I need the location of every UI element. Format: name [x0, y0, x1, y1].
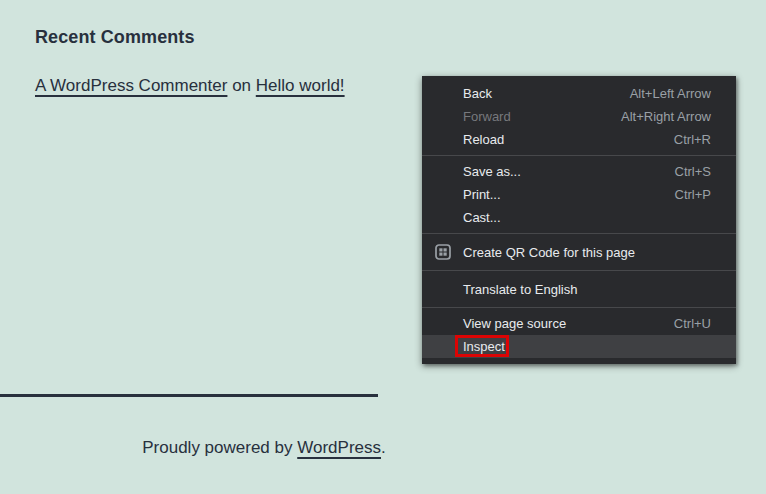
- menu-separator: [422, 270, 736, 271]
- menu-item-label: Create QR Code for this page: [463, 245, 635, 260]
- menu-item-label: Save as...: [463, 164, 521, 179]
- menu-item-label: Translate to English: [463, 282, 577, 297]
- footer-credit: Proudly powered by WordPress.: [0, 438, 528, 458]
- menu-item-label: Cast...: [463, 210, 501, 225]
- menu-item-label: Back: [463, 86, 492, 101]
- menu-item-shortcut: Alt+Right Arrow: [621, 109, 711, 124]
- comment-post-link[interactable]: Hello world!: [256, 76, 345, 95]
- comment-author-link[interactable]: A WordPress Commenter: [35, 76, 227, 95]
- menu-item-create-qr-code-for-this-page[interactable]: Create QR Code for this page: [422, 238, 736, 266]
- menu-item-forward: ForwardAlt+Right Arrow: [422, 105, 736, 128]
- menu-item-label: View page source: [463, 316, 566, 331]
- menu-item-shortcut: Ctrl+U: [674, 316, 711, 331]
- menu-item-cast[interactable]: Cast...: [422, 206, 736, 229]
- comment-connector-text: on: [227, 76, 255, 95]
- qr-code-icon: [435, 244, 451, 260]
- recent-comment-entry: A WordPress Commenter on Hello world!: [35, 76, 345, 96]
- menu-item-label: Inspect: [463, 339, 505, 354]
- menu-item-label: Reload: [463, 132, 504, 147]
- context-menu: BackAlt+Left ArrowForwardAlt+Right Arrow…: [422, 76, 736, 364]
- menu-item-shortcut: Ctrl+R: [674, 132, 711, 147]
- menu-item-shortcut: Ctrl+P: [675, 187, 711, 202]
- menu-separator: [422, 307, 736, 308]
- menu-item-print[interactable]: Print...Ctrl+P: [422, 183, 736, 206]
- menu-item-save-as[interactable]: Save as...Ctrl+S: [422, 160, 736, 183]
- menu-separator: [422, 155, 736, 156]
- footer-credit-suffix: .: [381, 438, 386, 457]
- menu-item-inspect[interactable]: Inspect: [422, 335, 736, 358]
- menu-item-shortcut: Alt+Left Arrow: [630, 86, 711, 101]
- footer-separator: [0, 394, 378, 397]
- menu-separator: [422, 233, 736, 234]
- menu-item-view-page-source[interactable]: View page sourceCtrl+U: [422, 312, 736, 335]
- footer-credit-prefix: Proudly powered by: [142, 438, 297, 457]
- wordpress-link[interactable]: WordPress: [297, 438, 381, 457]
- menu-item-label: Forward: [463, 109, 511, 124]
- menu-item-reload[interactable]: ReloadCtrl+R: [422, 128, 736, 151]
- menu-item-shortcut: Ctrl+S: [675, 164, 711, 179]
- recent-comments-heading: Recent Comments: [35, 27, 195, 48]
- menu-item-back[interactable]: BackAlt+Left Arrow: [422, 82, 736, 105]
- menu-item-label: Print...: [463, 187, 501, 202]
- menu-item-translate-to-english[interactable]: Translate to English: [422, 275, 736, 303]
